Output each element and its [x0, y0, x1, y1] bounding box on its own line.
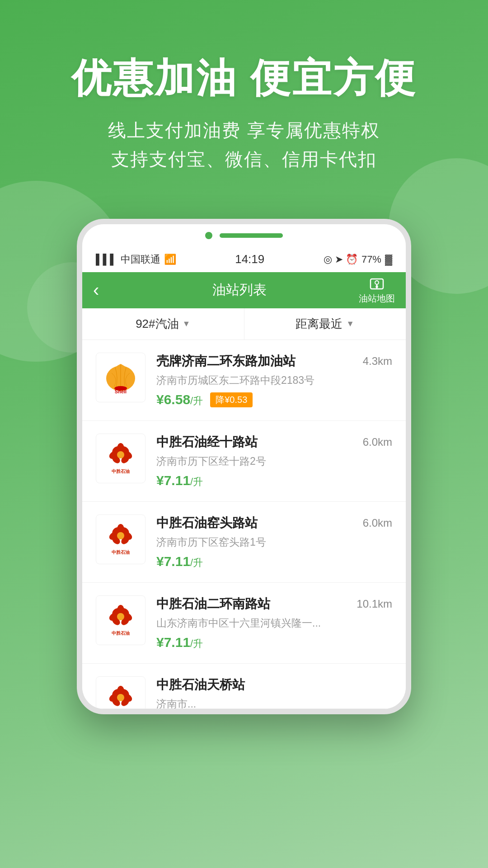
station-address-4: 山东济南市中区十六里河镇兴隆一... — [156, 616, 392, 630]
station-item-3[interactable]: 中胜石油 中胜石油窑头路站 6.0km 济南市历下区窑头路1号 ¥7.11/升 — [82, 502, 406, 583]
back-icon: ‹ — [93, 280, 99, 300]
station-name-5: 中胜石油天桥站 — [156, 676, 392, 693]
svg-text:中胜石油: 中胜石油 — [112, 550, 130, 555]
svg-point-21 — [117, 532, 124, 539]
phone-notch — [82, 224, 406, 247]
svg-text:中胜石油: 中胜石油 — [112, 469, 130, 474]
station-item-4[interactable]: 中胜石油 中胜石油二环南路站 10.1km 山东济南市中区十六里河镇兴隆一...… — [82, 583, 406, 664]
station-info-1: 壳牌济南二环东路加油站 4.3km 济南市历城区东二环路中段2183号 ¥6.5… — [156, 353, 392, 408]
station-info-2: 中胜石油经十路站 6.0km 济南市历下区经十路2号 ¥7.11/升 — [156, 434, 392, 489]
station-item-2[interactable]: 中胜石油 中胜石油经十路站 6.0km 济南市历下区经十路2号 ¥7.11/升 — [82, 421, 406, 502]
station-name-2: 中胜石油经十路站 6.0km — [156, 434, 392, 451]
station-info-5: 中胜石油天桥站 济南市... — [156, 676, 392, 709]
station-distance-2: 6.0km — [363, 436, 392, 448]
notch-dot — [205, 232, 212, 239]
station-item[interactable]: Shell 壳牌济南二环东路加油站 4.3km 济南市历城区东二环路中段2183… — [82, 340, 406, 421]
status-bar: ▌▌▌ 中国联通 📶 14:19 ◎ ➤ ⏰ 77% ▓ — [82, 247, 406, 272]
battery-icon: ▓ — [385, 254, 392, 265]
status-time: 14:19 — [235, 252, 264, 266]
station-price-1: ¥6.58/升 — [156, 392, 203, 408]
station-distance-1: 4.3km — [363, 355, 392, 368]
station-logo-5: 中胜石油 — [96, 676, 145, 709]
fuel-type-label: 92#汽油 — [136, 316, 178, 332]
map-label: 油站地图 — [359, 292, 395, 305]
svg-point-12 — [117, 451, 124, 458]
station-price-row-4: ¥7.11/升 — [156, 635, 392, 651]
station-name-1: 壳牌济南二环东路加油站 4.3km — [156, 353, 392, 370]
shell-logo-svg: Shell — [103, 359, 139, 396]
station-distance-4: 10.1km — [357, 598, 392, 610]
hero-section: 优惠加油 便宜方便 线上支付加油费 享专属优惠特权 支持支付宝、微信、信用卡代扣 — [0, 0, 488, 201]
battery-percent: 77% — [361, 254, 381, 265]
carrier-name: 中国联通 — [121, 253, 160, 266]
station-logo-shell: Shell — [96, 353, 145, 402]
status-right: ◎ ➤ ⏰ 77% ▓ — [324, 254, 392, 265]
back-button[interactable]: ‹ — [93, 280, 120, 300]
station-logo-3: 中胜石油 — [96, 514, 145, 564]
map-icon — [369, 275, 385, 292]
fuel-type-arrow: ▼ — [183, 319, 191, 329]
svg-point-39 — [117, 694, 124, 701]
nav-bar: ‹ 油站列表 油站地图 — [82, 272, 406, 308]
station-distance-3: 6.0km — [363, 517, 392, 529]
station-info-3: 中胜石油窑头路站 6.0km 济南市历下区窑头路1号 ¥7.11/升 — [156, 514, 392, 570]
station-address-1: 济南市历城区东二环路中段2183号 — [156, 373, 392, 387]
wifi-icon: 📶 — [164, 254, 176, 265]
nav-title: 油站列表 — [120, 281, 359, 299]
zhongsheng-logo-2: 中胜石油 — [103, 440, 139, 476]
location-icon: ◎ ➤ ⏰ — [324, 254, 358, 265]
hero-subtitle: 线上支付加油费 享专属优惠特权 支持支付宝、微信、信用卡代扣 — [27, 116, 461, 174]
discount-tag-1: 降¥0.53 — [210, 392, 253, 407]
sort-filter[interactable]: 距离最近 ▼ — [244, 308, 406, 340]
filter-bar: 92#汽油 ▼ 距离最近 ▼ — [82, 308, 406, 340]
signal-icon: ▌▌▌ — [96, 254, 117, 265]
svg-text:Shell: Shell — [115, 389, 127, 394]
station-info-4: 中胜石油二环南路站 10.1km 山东济南市中区十六里河镇兴隆一... ¥7.1… — [156, 595, 392, 651]
hero-title: 优惠加油 便宜方便 — [27, 54, 461, 102]
station-name-4: 中胜石油二环南路站 10.1km — [156, 595, 392, 613]
map-button[interactable]: 油站地图 — [359, 275, 395, 305]
svg-point-1 — [375, 281, 379, 284]
station-price-row-3: ¥7.11/升 — [156, 554, 392, 570]
station-address-5: 济南市... — [156, 697, 392, 709]
station-price-row-2: ¥7.11/升 — [156, 473, 392, 489]
station-item-5[interactable]: 中胜石油 中胜石油天桥站 济南市... — [82, 664, 406, 709]
station-price-2: ¥7.11/升 — [156, 473, 203, 489]
svg-point-30 — [117, 613, 124, 620]
notch-bar — [220, 233, 283, 238]
hero-subtitle-line1: 线上支付加油费 享专属优惠特权 — [27, 116, 461, 145]
sort-label: 距离最近 — [296, 316, 343, 332]
phone-mockup: ▌▌▌ 中国联通 📶 14:19 ◎ ➤ ⏰ 77% ▓ ‹ 油站列表 — [77, 219, 411, 714]
station-address-2: 济南市历下区经十路2号 — [156, 454, 392, 468]
phone-container: ▌▌▌ 中国联通 📶 14:19 ◎ ➤ ⏰ 77% ▓ ‹ 油站列表 — [0, 219, 488, 714]
hero-subtitle-line2: 支持支付宝、微信、信用卡代扣 — [27, 145, 461, 174]
station-list: Shell 壳牌济南二环东路加油站 4.3km 济南市历城区东二环路中段2183… — [82, 340, 406, 709]
svg-text:中胜石油: 中胜石油 — [112, 631, 130, 636]
station-price-3: ¥7.11/升 — [156, 554, 203, 570]
station-logo-4: 中胜石油 — [96, 595, 145, 645]
zhongsheng-logo-3: 中胜石油 — [103, 521, 139, 557]
station-price-row-1: ¥6.58/升 降¥0.53 — [156, 392, 392, 408]
sort-arrow: ▼ — [346, 319, 354, 329]
zhongsheng-logo-4: 中胜石油 — [103, 602, 139, 638]
status-left: ▌▌▌ 中国联通 📶 — [96, 253, 176, 266]
station-price-4: ¥7.11/升 — [156, 635, 203, 651]
station-logo-2: 中胜石油 — [96, 434, 145, 483]
zhongsheng-logo-5: 中胜石油 — [103, 683, 139, 709]
station-address-3: 济南市历下区窑头路1号 — [156, 535, 392, 549]
fuel-type-filter[interactable]: 92#汽油 ▼ — [82, 308, 244, 340]
station-name-3: 中胜石油窑头路站 6.0km — [156, 514, 392, 532]
